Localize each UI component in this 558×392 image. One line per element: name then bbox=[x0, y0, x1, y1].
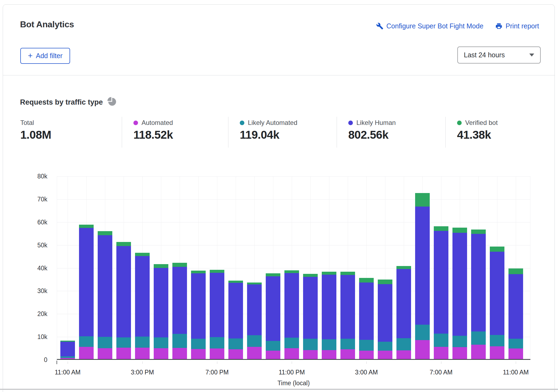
bar-segment-likely-human[interactable] bbox=[303, 277, 318, 339]
bar-segment-verified-bot[interactable] bbox=[490, 247, 504, 252]
bar-segment-verified-bot[interactable] bbox=[322, 272, 336, 275]
bar-segment-verified-bot[interactable] bbox=[135, 253, 150, 256]
bar-segment-likely-automated[interactable] bbox=[359, 340, 374, 351]
bar-segment-automated[interactable] bbox=[452, 347, 467, 359]
bar-segment-verified-bot[interactable] bbox=[172, 263, 187, 267]
bar-segment-likely-automated[interactable] bbox=[434, 334, 448, 347]
bar-segment-verified-bot[interactable] bbox=[415, 193, 430, 206]
bar-segment-verified-bot[interactable] bbox=[452, 228, 467, 233]
bar-segment-likely-automated[interactable] bbox=[303, 339, 318, 350]
bar-segment-likely-automated[interactable] bbox=[284, 338, 299, 348]
add-filter-button[interactable]: + Add filter bbox=[20, 48, 70, 64]
bar-segment-automated[interactable] bbox=[490, 346, 504, 359]
bar-segment-automated[interactable] bbox=[98, 348, 112, 359]
bar-12-00-pm-1[interactable] bbox=[79, 225, 94, 359]
bar-segment-likely-human[interactable] bbox=[154, 268, 168, 337]
bar-segment-likely-automated[interactable] bbox=[98, 337, 112, 348]
time-range-dropdown[interactable]: Last 24 hours bbox=[457, 46, 541, 64]
bar-11-00-pm-12[interactable] bbox=[284, 270, 299, 359]
bar-segment-automated[interactable] bbox=[471, 345, 486, 359]
bar-segment-verified-bot[interactable] bbox=[359, 278, 374, 283]
bar-segment-verified-bot[interactable] bbox=[266, 273, 280, 276]
bar-segment-automated[interactable] bbox=[359, 351, 374, 359]
bar-1-00-am-14[interactable] bbox=[322, 272, 336, 359]
bar-segment-likely-automated[interactable] bbox=[508, 339, 523, 348]
bar-segment-automated[interactable] bbox=[154, 348, 168, 359]
bar-segment-automated[interactable] bbox=[396, 350, 411, 359]
bar-segment-automated[interactable] bbox=[508, 348, 523, 359]
bar-segment-verified-bot[interactable] bbox=[191, 271, 206, 273]
bar-segment-verified-bot[interactable] bbox=[79, 225, 94, 228]
bar-segment-automated[interactable] bbox=[135, 348, 150, 359]
bar-9-00-pm-10[interactable] bbox=[247, 283, 262, 359]
bar-segment-verified-bot[interactable] bbox=[340, 272, 355, 275]
bar-segment-verified-bot[interactable] bbox=[396, 266, 411, 269]
bar-segment-likely-automated[interactable] bbox=[247, 335, 262, 347]
bar-segment-automated[interactable] bbox=[322, 350, 336, 359]
bar-11-00-am-0[interactable] bbox=[60, 341, 75, 359]
bar-segment-automated[interactable] bbox=[116, 348, 131, 359]
bar-segment-likely-human[interactable] bbox=[322, 275, 336, 339]
bar-segment-likely-human[interactable] bbox=[396, 269, 411, 338]
bar-segment-likely-human[interactable] bbox=[79, 228, 94, 336]
bar-segment-likely-human[interactable] bbox=[60, 342, 75, 356]
bar-3-00-pm-4[interactable] bbox=[135, 253, 150, 359]
bar-5-00-pm-6[interactable] bbox=[172, 263, 187, 359]
bar-2-00-pm-3[interactable] bbox=[116, 242, 131, 359]
bar-segment-automated[interactable] bbox=[191, 349, 206, 359]
bar-8-00-pm-9[interactable] bbox=[228, 281, 243, 359]
bar-segment-verified-bot[interactable] bbox=[247, 283, 262, 285]
bar-segment-verified-bot[interactable] bbox=[508, 268, 523, 274]
bar-segment-verified-bot[interactable] bbox=[303, 274, 318, 277]
bar-12-00-am-13[interactable] bbox=[303, 274, 318, 359]
bar-segment-likely-human[interactable] bbox=[228, 283, 243, 338]
bar-segment-likely-automated[interactable] bbox=[266, 341, 280, 351]
bar-segment-likely-automated[interactable] bbox=[79, 336, 94, 347]
bar-segment-likely-human[interactable] bbox=[210, 273, 224, 337]
bar-segment-likely-human[interactable] bbox=[98, 235, 112, 337]
bar-11-00-am-24[interactable] bbox=[508, 268, 523, 359]
bar-7-00-am-20[interactable] bbox=[434, 226, 448, 359]
bar-segment-automated[interactable] bbox=[60, 358, 75, 359]
bar-segment-likely-automated[interactable] bbox=[415, 325, 430, 340]
bar-segment-likely-human[interactable] bbox=[116, 246, 131, 337]
bar-segment-likely-automated[interactable] bbox=[322, 339, 336, 350]
bar-segment-automated[interactable] bbox=[284, 348, 299, 359]
bar-segment-likely-human[interactable] bbox=[135, 256, 150, 337]
bar-segment-likely-automated[interactable] bbox=[396, 338, 411, 350]
bar-segment-automated[interactable] bbox=[415, 340, 430, 359]
bar-segment-verified-bot[interactable] bbox=[98, 231, 112, 235]
bar-segment-verified-bot[interactable] bbox=[60, 341, 75, 342]
bar-segment-likely-human[interactable] bbox=[191, 273, 206, 339]
bar-5-00-am-18[interactable] bbox=[396, 266, 411, 359]
bar-segment-likely-automated[interactable] bbox=[471, 331, 486, 345]
bar-segment-automated[interactable] bbox=[247, 347, 262, 359]
bar-segment-verified-bot[interactable] bbox=[210, 270, 224, 273]
bar-segment-automated[interactable] bbox=[228, 349, 243, 359]
bar-segment-automated[interactable] bbox=[210, 348, 224, 359]
bar-segment-likely-automated[interactable] bbox=[135, 337, 150, 348]
bar-segment-likely-human[interactable] bbox=[284, 273, 299, 338]
bar-segment-likely-human[interactable] bbox=[172, 267, 187, 334]
bar-9-00-am-22[interactable] bbox=[471, 230, 486, 359]
bar-segment-likely-human[interactable] bbox=[471, 234, 486, 332]
bar-10-00-pm-11[interactable] bbox=[266, 273, 280, 359]
print-report-link[interactable]: Print report bbox=[495, 22, 539, 30]
bar-segment-automated[interactable] bbox=[172, 348, 187, 359]
bar-segment-likely-automated[interactable] bbox=[452, 336, 467, 347]
bar-segment-likely-human[interactable] bbox=[340, 275, 355, 339]
bar-segment-verified-bot[interactable] bbox=[378, 280, 392, 284]
bar-segment-verified-bot[interactable] bbox=[471, 230, 486, 234]
bar-segment-likely-human[interactable] bbox=[415, 207, 430, 325]
bar-segment-automated[interactable] bbox=[79, 347, 94, 359]
bar-6-00-pm-7[interactable] bbox=[191, 271, 206, 359]
bar-segment-verified-bot[interactable] bbox=[228, 281, 243, 283]
bar-segment-automated[interactable] bbox=[378, 351, 392, 359]
bar-segment-likely-automated[interactable] bbox=[228, 338, 243, 350]
bar-2-00-am-15[interactable] bbox=[340, 272, 355, 359]
bar-7-00-pm-8[interactable] bbox=[210, 270, 224, 359]
bar-segment-verified-bot[interactable] bbox=[154, 264, 168, 268]
bar-10-00-am-23[interactable] bbox=[490, 247, 504, 359]
bar-segment-verified-bot[interactable] bbox=[284, 270, 299, 273]
bar-segment-likely-automated[interactable] bbox=[116, 337, 131, 348]
